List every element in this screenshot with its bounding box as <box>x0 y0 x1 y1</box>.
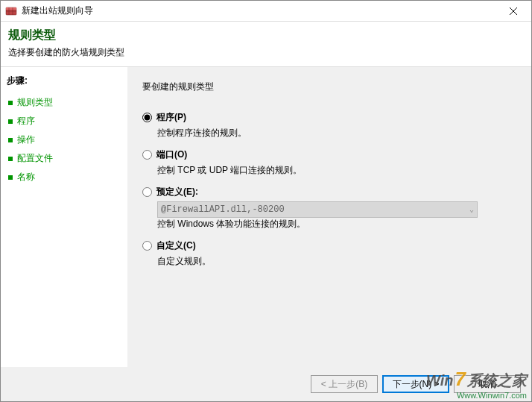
radio-port[interactable] <box>142 150 152 160</box>
program-desc: 控制程序连接的规则。 <box>157 127 516 139</box>
window-title: 新建出站规则向导 <box>22 4 498 17</box>
step-rule-type[interactable]: 规则类型 <box>7 93 121 112</box>
bullet-icon <box>8 119 13 124</box>
bullet-icon <box>8 175 13 180</box>
bullet-icon <box>8 157 13 161</box>
port-desc: 控制 TCP 或 UDP 端口连接的规则。 <box>157 164 516 177</box>
radio-custom[interactable] <box>142 241 152 251</box>
predefined-desc: 控制 Windows 体验功能连接的规则。 <box>157 218 516 230</box>
page-subtitle: 选择要创建的防火墙规则类型 <box>8 46 524 59</box>
step-profile[interactable]: 配置文件 <box>7 149 121 168</box>
wizard-header: 规则类型 选择要创建的防火墙规则类型 <box>1 22 531 67</box>
option-port: 端口(O) 控制 TCP 或 UDP 端口连接的规则。 <box>142 148 516 177</box>
wizard-body: 步骤: 规则类型 程序 操作 配置文件 名称 要创建的规 <box>1 67 531 367</box>
svg-rect-1 <box>6 7 16 10</box>
bullet-icon <box>8 101 13 105</box>
step-program[interactable]: 程序 <box>7 112 121 131</box>
step-label: 配置文件 <box>17 152 53 165</box>
radio-custom-label[interactable]: 自定义(C) <box>156 239 196 252</box>
close-icon <box>510 7 517 15</box>
radio-port-label[interactable]: 端口(O) <box>156 148 187 161</box>
custom-desc: 自定义规则。 <box>157 255 516 268</box>
page-title: 规则类型 <box>8 28 524 43</box>
back-button[interactable]: < 上一步(B) <box>311 375 378 393</box>
steps-sidebar: 步骤: 规则类型 程序 操作 配置文件 名称 <box>1 67 127 367</box>
main-panel: 要创建的规则类型 程序(P) 控制程序连接的规则。 端口(O) 控制 TCP 或… <box>127 67 531 367</box>
step-label: 规则类型 <box>17 96 53 109</box>
step-label: 操作 <box>17 134 35 146</box>
close-button[interactable] <box>498 1 528 22</box>
next-button[interactable]: 下一步(N) > <box>382 375 449 393</box>
titlebar: 新建出站规则向导 <box>1 1 531 22</box>
wizard-window: 新建出站规则向导 规则类型 选择要创建的防火墙规则类型 步骤: 规则类型 程序 <box>0 0 532 402</box>
bullet-icon <box>8 138 13 142</box>
cancel-button[interactable]: 取消 <box>454 375 521 393</box>
step-action[interactable]: 操作 <box>7 131 121 149</box>
steps-label: 步骤: <box>7 75 121 87</box>
predefined-select-text: @FirewallAPI.dll,-80200 <box>161 204 285 215</box>
predefined-select: @FirewallAPI.dll,-80200 ⌄ <box>157 201 478 218</box>
question-text: 要创建的规则类型 <box>142 81 516 93</box>
radio-predefined-label[interactable]: 预定义(E): <box>156 186 198 198</box>
chevron-down-icon: ⌄ <box>469 205 474 214</box>
option-program: 程序(P) 控制程序连接的规则。 <box>142 111 516 139</box>
step-name[interactable]: 名称 <box>7 168 121 186</box>
step-label: 名称 <box>17 171 35 183</box>
step-label: 程序 <box>17 115 35 128</box>
option-predefined: 预定义(E): @FirewallAPI.dll,-80200 ⌄ 控制 Win… <box>142 186 516 230</box>
wizard-footer: < 上一步(B) 下一步(N) > 取消 <box>1 367 531 401</box>
radio-program-label[interactable]: 程序(P) <box>156 111 186 124</box>
radio-predefined[interactable] <box>142 187 152 197</box>
option-custom: 自定义(C) 自定义规则。 <box>142 239 516 268</box>
radio-program[interactable] <box>142 113 152 122</box>
firewall-icon <box>5 5 17 17</box>
